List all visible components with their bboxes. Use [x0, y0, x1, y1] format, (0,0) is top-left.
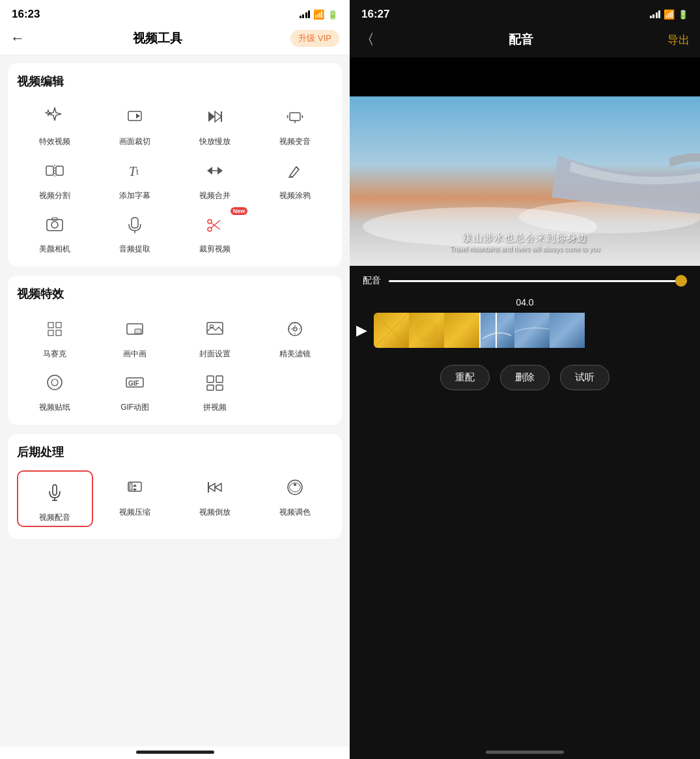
svg-rect-29	[135, 329, 141, 334]
svg-rect-5	[290, 113, 300, 121]
svg-point-53	[294, 483, 296, 486]
signal-icon-left	[300, 10, 311, 18]
tool-sticker[interactable]: 视频贴纸	[17, 365, 93, 413]
speed-label: 快放慢放	[199, 137, 231, 147]
svg-rect-8	[56, 166, 63, 175]
svg-rect-27	[56, 330, 61, 336]
film-frame-6	[550, 313, 585, 348]
tool-grid-post: 视频配音 视频压缩 视频倒放	[17, 470, 333, 527]
vip-upgrade-button[interactable]: 升级 VIP	[290, 30, 339, 47]
timeline-row: ▶	[356, 313, 693, 348]
left-panel: 16:23 📶 🔋 ← 视频工具 升级 VIP 视频编辑	[0, 0, 350, 759]
home-indicator-left	[136, 751, 214, 754]
battery-icon-right: 🔋	[678, 10, 688, 20]
doodle-label: 视频涂鸦	[279, 191, 311, 201]
preview-button[interactable]: 试听	[560, 365, 609, 390]
filmstrip[interactable]	[374, 313, 693, 348]
tool-compress[interactable]: 视频压缩	[97, 470, 173, 527]
wifi-icon-right: 📶	[664, 9, 675, 20]
collage-label: 拼视频	[203, 403, 227, 413]
video-top-black	[350, 57, 700, 96]
volume-section: 配音	[350, 266, 700, 292]
video-subtitle-area: 跋山涉水也总会来到你身边 Travel mountains and rivers…	[350, 232, 700, 253]
svg-point-17	[51, 222, 58, 228]
tool-beauty-cam[interactable]: 美颜相机	[17, 207, 93, 255]
tool-voice-change[interactable]: 视频变音	[257, 100, 333, 147]
tool-audio-extract[interactable]: 音频提取	[97, 207, 173, 255]
tool-merge[interactable]: 视频合并	[177, 154, 253, 201]
doodle-icon	[278, 154, 312, 188]
compress-icon	[118, 470, 152, 504]
svg-rect-40	[207, 385, 214, 390]
svg-point-52	[288, 480, 302, 494]
tool-pip[interactable]: 画中画	[97, 312, 173, 360]
gif-label: GIF动图	[120, 403, 149, 413]
action-buttons: 重配 删除 试听	[350, 356, 700, 397]
tool-filter[interactable]: 精美滤镜	[257, 312, 333, 360]
mosaic-label: 马赛克	[43, 349, 66, 360]
tool-dubbing[interactable]: 视频配音	[17, 470, 93, 527]
tool-color-grade[interactable]: 视频调色	[257, 470, 333, 527]
video-image: 跋山涉水也总会来到你身边 Travel mountains and rivers…	[350, 96, 700, 266]
collage-icon	[198, 365, 232, 399]
svg-marker-3	[215, 111, 221, 122]
tool-reverse[interactable]: 视频倒放	[177, 470, 253, 527]
timeline-cursor[interactable]	[496, 313, 497, 348]
subtitle-label: 添加字幕	[119, 191, 150, 201]
gif-icon: GIF	[118, 365, 152, 399]
reverse-label: 视频倒放	[199, 508, 231, 518]
section-video-effects: 视频特效 马赛克 画中画	[8, 276, 342, 425]
top-nav-right: 〈 配音 导出	[350, 25, 700, 57]
tool-subtitle[interactable]: Tt 添加字幕	[97, 154, 173, 201]
mosaic-icon	[38, 312, 72, 346]
svg-marker-2	[208, 111, 215, 122]
timeline-section: 04.0 ▶	[350, 292, 700, 356]
bottom-bar-right	[350, 747, 700, 759]
volume-slider-track[interactable]	[389, 280, 687, 282]
crop-icon	[118, 100, 152, 134]
play-button[interactable]: ▶	[356, 322, 367, 339]
merge-icon	[198, 154, 232, 188]
tool-split[interactable]: 视频分割	[17, 154, 93, 201]
new-badge-cut: New	[231, 207, 248, 215]
timeline-time: 04.0	[356, 297, 693, 308]
tool-special-effects[interactable]: 特效视频	[17, 100, 93, 147]
crop-label: 画面裁切	[119, 137, 150, 147]
split-icon	[38, 154, 72, 188]
pip-label: 画中画	[123, 349, 147, 360]
tool-cover-set[interactable]: 封面设置	[177, 312, 253, 360]
svg-marker-46	[133, 484, 137, 487]
section-post-production: 后期处理 视频配音 视频压缩	[8, 434, 342, 539]
tool-mosaic[interactable]: 马赛克	[17, 312, 93, 360]
film-frame-3	[444, 313, 479, 348]
svg-rect-48	[130, 483, 132, 490]
svg-marker-51	[215, 483, 221, 491]
back-button-right[interactable]: 〈	[360, 30, 374, 50]
svg-rect-7	[46, 166, 53, 175]
back-button-left[interactable]: ←	[10, 30, 25, 47]
tool-doodle[interactable]: 视频涂鸦	[257, 154, 333, 201]
status-bar-left: 16:23 📶 🔋	[0, 0, 350, 25]
scroll-area-left: 视频编辑 特效视频 画面裁切	[0, 55, 350, 747]
tool-crop[interactable]: 画面裁切	[97, 100, 173, 147]
status-icons-right: 📶 🔋	[650, 9, 689, 20]
svg-text:GIF: GIF	[128, 380, 139, 387]
export-button[interactable]: 导出	[667, 33, 690, 48]
tool-cut-video[interactable]: New 裁剪视频	[177, 207, 253, 255]
volume-slider-thumb[interactable]	[675, 275, 687, 287]
delete-button[interactable]: 删除	[500, 365, 550, 390]
status-bar-right: 16:27 📶 🔋	[350, 0, 700, 25]
redo-button[interactable]: 重配	[440, 365, 490, 390]
tool-gif[interactable]: GIF GIF动图	[97, 365, 173, 413]
merge-label: 视频合并	[199, 191, 231, 201]
tool-speed[interactable]: 快放慢放	[177, 100, 253, 147]
wifi-icon-left: 📶	[313, 9, 324, 20]
dubbing-label: 视频配音	[39, 513, 70, 523]
svg-point-35	[51, 379, 58, 386]
tool-grid-effects: 马赛克 画中画 封面设置	[17, 312, 333, 413]
tool-collage[interactable]: 拼视频	[177, 365, 253, 413]
special-effects-icon	[38, 100, 72, 134]
film-frame-5	[514, 313, 550, 348]
voice-change-icon	[278, 100, 312, 134]
status-icons-left: 📶 🔋	[300, 9, 339, 20]
